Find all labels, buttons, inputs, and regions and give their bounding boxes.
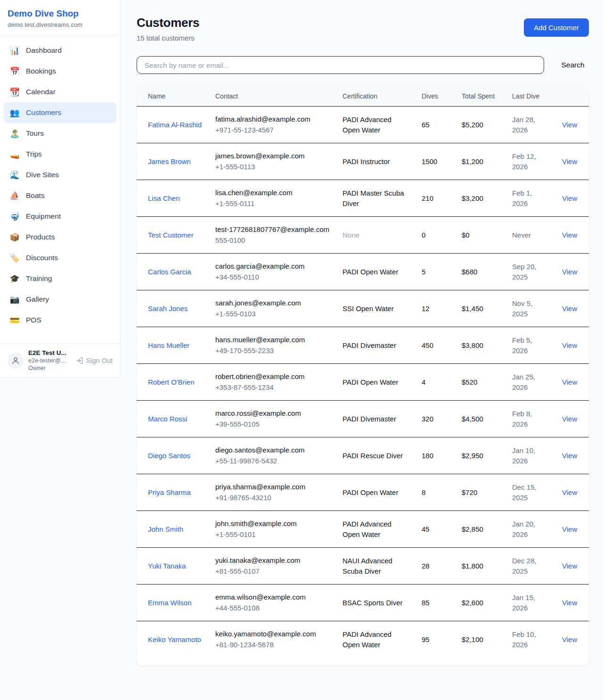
view-customer-link[interactable]: View [562,452,577,460]
sidebar-item-pos[interactable]: 💳 POS [4,310,116,330]
customer-email: james.brown@example.com [215,151,331,161]
view-customer-link[interactable]: View [562,157,577,165]
customer-total-spent: $2,100 [456,621,506,658]
sidebar-item-tours[interactable]: 🏝️ Tours [4,123,116,144]
page-title: Customers [137,16,199,30]
user-meta: E2E Test U... e2e-tester@... Owner [28,349,71,371]
table-row: Marco Rossi marco.rossi@example.com +39-… [137,401,589,437]
add-customer-button[interactable]: Add Customer [524,18,589,37]
customer-name-link[interactable]: Robert O'Brien [148,378,195,386]
customer-name-link[interactable]: John Smith [148,525,183,533]
user-icon [11,356,20,365]
view-customer-link[interactable]: View [562,525,577,533]
training-icon: 🎓 [9,274,20,284]
customer-certification: PADI Open Water [337,474,416,511]
customer-last-dive: Feb 10, 2026 [506,621,553,658]
customer-last-dive: Jan 28, 2026 [506,107,553,143]
customer-name-link[interactable]: Fatima Al-Rashid [148,121,202,129]
customer-email: test-1772681807767@example.com [215,224,331,235]
customer-last-dive: Never [506,217,553,254]
sidebar-item-equipment[interactable]: 🤿 Equipment [4,206,116,227]
search-row: Search [137,56,589,74]
view-customer-link[interactable]: View [562,378,577,386]
view-customer-link[interactable]: View [562,305,577,313]
search-button[interactable]: Search [557,57,589,73]
customer-dives: 8 [416,474,456,511]
shop-name-link[interactable]: Demo Dive Shop [8,8,113,19]
sidebar-item-gallery[interactable]: 📷 Gallery [4,289,116,310]
view-customer-link[interactable]: View [562,599,577,607]
sidebar-item-discounts[interactable]: 🏷️ Discounts [4,247,116,268]
view-customer-link[interactable]: View [562,341,577,349]
sidebar-item-boats[interactable]: ⛵ Boats [4,185,116,206]
customer-phone: +1-555-0101 [215,529,331,540]
products-icon: 📦 [9,232,20,242]
customer-total-spent: $2,950 [456,437,506,474]
customer-name-link[interactable]: Sarah Jones [148,305,187,313]
view-customer-link[interactable]: View [562,268,577,276]
customer-last-dive: Jan 10, 2026 [506,437,553,474]
user-section: E2E Test U... e2e-tester@... Owner Sign … [0,343,120,377]
customer-certification: None [337,217,416,254]
customer-last-dive: Feb 8, 2026 [506,401,553,437]
sidebar-item-products[interactable]: 📦 Products [4,227,116,247]
sidebar-item-calendar[interactable]: 📆 Calendar [4,82,116,102]
table-row: Carlos Garcia carlos.garcia@example.com … [137,254,589,290]
sidebar-item-label: Discounts [26,254,58,262]
sign-out-icon [76,357,83,364]
sidebar-item-label: Bookings [26,67,56,75]
sidebar: Demo Dive Shop demo.test.divestreams.com… [0,0,121,378]
sidebar-item-dive-sites[interactable]: 🌊 Dive Sites [4,165,116,185]
sidebar-item-bookings[interactable]: 📅 Bookings [4,61,116,82]
shop-domain: demo.test.divestreams.com [8,21,113,28]
sign-out-button[interactable]: Sign Out [76,357,113,364]
sidebar-item-customers[interactable]: 👥 Customers [4,102,116,123]
customer-name-link[interactable]: Carlos Garcia [148,268,191,276]
table-row: James Brown james.brown@example.com +1-5… [137,143,589,180]
equipment-icon: 🤿 [9,212,20,222]
column-header-last-dive: Last Dive [506,87,553,107]
customer-certification: PADI Advanced Open Water [337,621,416,658]
search-input[interactable] [137,56,544,74]
customer-name-link[interactable]: Emma Wilson [148,599,192,607]
view-customer-link[interactable]: View [562,415,577,423]
customer-dives: 45 [416,511,456,548]
view-customer-link[interactable]: View [562,635,577,643]
customer-name-link[interactable]: Priya Sharma [148,488,191,496]
customer-name-link[interactable]: Diego Santos [148,452,190,460]
view-customer-link[interactable]: View [562,562,577,570]
customer-certification: PADI Rescue Diver [337,437,416,474]
customer-name-link[interactable]: Keiko Yamamoto [148,635,201,643]
customer-last-dive: Feb 5, 2026 [506,327,553,364]
customer-name-link[interactable]: Test Customer [148,231,194,239]
customer-email: marco.rossi@example.com [215,408,331,419]
customer-dives: 95 [416,621,456,658]
view-customer-link[interactable]: View [562,488,577,496]
customer-certification: PADI Divemaster [337,401,416,437]
customer-phone: +49-170-555-2233 [215,346,331,356]
customer-name-link[interactable]: Lisa Chen [148,194,180,202]
column-header-contact: Contact [210,87,337,107]
table-row: Test Customer test-1772681807767@example… [137,217,589,254]
customers-table: Name Contact Certification Dives Total S… [137,87,589,658]
customer-phone: +44-555-0108 [215,603,331,613]
customer-total-spent: $0 [456,217,506,254]
customer-phone: +81-555-0107 [215,566,331,576]
view-customer-link[interactable]: View [562,194,577,202]
customer-dives: 28 [416,548,456,585]
sidebar-item-dashboard[interactable]: 📊 Dashboard [4,40,116,61]
table-row: Lisa Chen lisa.chen@example.com +1-555-0… [137,180,589,217]
sidebar-item-training[interactable]: 🎓 Training [4,268,116,289]
table-row: Keiko Yamamoto keiko.yamamoto@example.co… [137,621,589,658]
customer-email: priya.sharma@example.com [215,482,331,492]
view-customer-link[interactable]: View [562,231,577,239]
customer-name-link[interactable]: Hans Mueller [148,341,189,349]
customer-name-link[interactable]: Marco Rossi [148,415,187,423]
customer-name-link[interactable]: Yuki Tanaka [148,562,186,570]
sidebar-item-trips[interactable]: 🚤 Trips [4,144,116,165]
view-customer-link[interactable]: View [562,121,577,129]
customer-total-spent: $3,200 [456,180,506,217]
user-email: e2e-tester@... [28,357,71,364]
customer-name-link[interactable]: James Brown [148,157,191,165]
main-content: Customers 15 total customers Add Custome… [121,0,603,680]
